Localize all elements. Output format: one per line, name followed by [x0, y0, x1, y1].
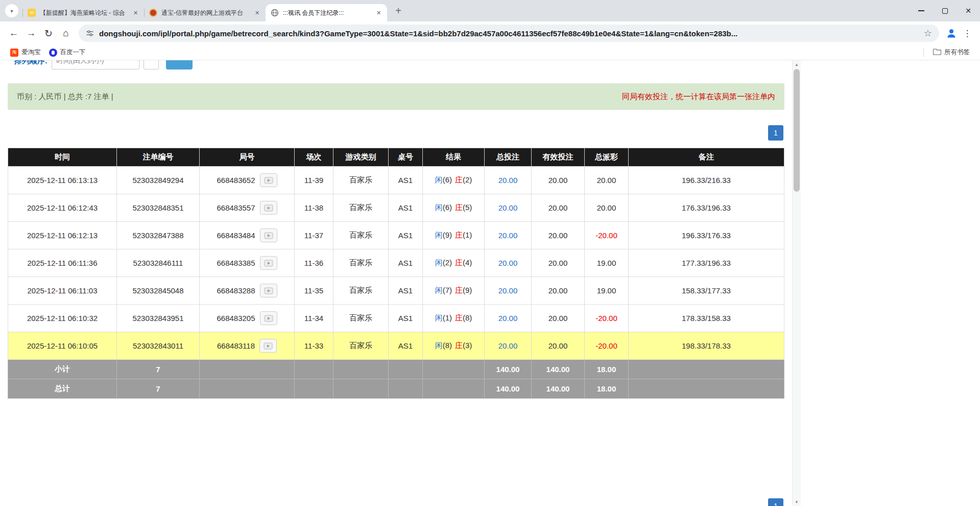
col-valid-bet: 有效投注: [532, 148, 585, 167]
back-button[interactable]: ←: [5, 25, 22, 42]
cell-bet-id: 523032849294: [117, 167, 200, 194]
filter-select[interactable]: [144, 60, 159, 70]
total-bet-link[interactable]: 20.00: [498, 231, 518, 240]
tab-forum[interactable]: ✉ 【新提醒】海燕策略论坛 - 综合 ✕: [22, 4, 144, 21]
cell-valid-bet: 20.00: [532, 332, 585, 360]
total-bet-link[interactable]: 20.00: [498, 286, 518, 295]
page-scrollbar[interactable]: ▲ ▼: [792, 60, 801, 506]
home-button[interactable]: ⌂: [57, 25, 75, 42]
round-number: 668483484: [217, 231, 255, 240]
cell-result: 闲(1)庄(8): [423, 305, 485, 332]
forward-icon: →: [27, 28, 36, 39]
cell-result: 闲(7)庄(9): [423, 277, 485, 305]
total-bet-link[interactable]: 20.00: [498, 314, 518, 323]
cell-time: 2025-12-11 06:12:13: [8, 222, 117, 249]
col-result: 结果: [423, 148, 485, 167]
bookmark-baidu[interactable]: 百度一下: [45, 47, 90, 58]
person-icon: [945, 27, 958, 39]
cell-result: 闲(8)庄(3): [423, 332, 485, 360]
home-icon: ⌂: [63, 28, 68, 39]
cell-total-bet: 20.00: [485, 167, 532, 194]
search-button[interactable]: [166, 60, 193, 70]
currency-total-text: 币别 : 人民币 | 总共 :7 注单 |: [17, 92, 113, 102]
cell-valid-bet: 20.00: [532, 277, 585, 305]
scrollbar-thumb[interactable]: [794, 69, 800, 192]
new-tab-button[interactable]: +: [391, 4, 405, 18]
empty-cell: [629, 379, 784, 399]
close-window-button[interactable]: ✕: [957, 0, 980, 21]
cell-time: 2025-12-11 06:10:32: [8, 305, 117, 332]
bookmark-star-icon[interactable]: ☆: [924, 28, 932, 39]
notice-text: 同局有效投注，统一计算在该局第一张注单内: [622, 92, 775, 102]
subtotal-valid-bet: 140.00: [532, 360, 585, 379]
video-replay-icon: [264, 342, 273, 350]
replay-button[interactable]: [260, 228, 277, 242]
round-number: 668483118: [217, 341, 255, 350]
video-replay-icon: [264, 232, 273, 239]
all-bookmarks-button[interactable]: 所有书签: [929, 47, 974, 58]
browser-menu-button[interactable]: ⋮: [960, 25, 975, 41]
tab-list-button[interactable]: ▾: [5, 4, 18, 17]
cell-round: 668483557: [200, 194, 295, 222]
result-banker-value: (5): [463, 203, 472, 212]
tab-close-icon[interactable]: ✕: [253, 9, 261, 17]
replay-button[interactable]: [260, 311, 277, 325]
window-controls: ✕: [910, 0, 980, 21]
profile-avatar[interactable]: [943, 25, 960, 41]
cell-game-type: 百家乐: [333, 222, 389, 249]
cell-result: 闲(2)庄(4): [423, 249, 485, 277]
minimize-button[interactable]: [910, 0, 933, 21]
tab-bet-record[interactable]: :::视讯 会员下注纪录::: ✕: [266, 4, 387, 21]
cell-time: 2025-12-11 06:13:13: [8, 167, 117, 194]
tab-close-icon[interactable]: ✕: [131, 9, 140, 17]
replay-button[interactable]: [260, 256, 277, 270]
pagination-top: 1: [768, 125, 783, 141]
tab-title: 通宝-信誉最好的网上游戏平台: [161, 9, 250, 17]
cell-bet-id: 523032845048: [117, 277, 200, 305]
address-bar[interactable]: dongshouji.com/ipl/portal.php/game/betre…: [79, 25, 939, 42]
cell-time: 2025-12-11 06:12:43: [8, 194, 117, 222]
bookmark-aitaobao[interactable]: 淘 爱淘宝: [6, 47, 45, 58]
col-table-no: 桌号: [389, 148, 423, 167]
empty-cell: [295, 360, 333, 379]
replay-button[interactable]: [260, 284, 277, 297]
replay-button[interactable]: [260, 201, 277, 215]
replay-button[interactable]: [259, 339, 277, 353]
total-bet-link[interactable]: 20.00: [498, 176, 518, 185]
result-banker-value: (8): [463, 313, 472, 322]
page-1-button[interactable]: 1: [768, 125, 783, 141]
replay-button[interactable]: [260, 173, 277, 187]
folder-icon: [933, 48, 941, 57]
table-body: 2025-12-11 06:13:13 523032849294 6684836…: [8, 167, 784, 360]
subtotal-count: 7: [117, 360, 200, 379]
video-replay-icon: [264, 260, 273, 267]
cell-session: 11-39: [295, 167, 333, 194]
scroll-up-icon[interactable]: ▲: [793, 60, 801, 68]
tab-title: 【新提醒】海燕策略论坛 - 综合: [40, 9, 128, 17]
page-1-button-bottom[interactable]: 1: [768, 498, 783, 506]
reload-icon: ↻: [44, 28, 53, 39]
cell-total-bet: 20.00: [485, 222, 532, 249]
site-settings-icon[interactable]: [86, 29, 94, 37]
result-player-label: 闲: [435, 175, 443, 184]
scroll-down-icon[interactable]: ▼: [793, 498, 801, 506]
forward-button[interactable]: →: [22, 25, 40, 42]
total-bet-link[interactable]: 20.00: [498, 341, 518, 350]
cell-round: 668483205: [200, 305, 295, 332]
tab-tongbao[interactable]: 通宝-信誉最好的网上游戏平台 ✕: [144, 4, 266, 21]
result-banker-label: 庄: [455, 286, 463, 294]
maximize-button[interactable]: [933, 0, 957, 21]
col-bet-id: 注单编号: [117, 148, 200, 167]
total-bet-link[interactable]: 20.00: [498, 203, 518, 212]
cell-total-payout: -20.00: [585, 332, 629, 360]
total-bet-link[interactable]: 20.00: [498, 259, 518, 267]
all-bookmarks-label: 所有书签: [944, 48, 970, 57]
tab-close-icon[interactable]: ✕: [374, 9, 383, 17]
total-row: 总计 7 140.00 140.00 18.00: [8, 379, 784, 399]
sort-filter-input[interactable]: [52, 60, 139, 70]
baidu-icon: [49, 49, 57, 57]
cell-total-payout: -20.00: [585, 305, 629, 332]
reload-button[interactable]: ↻: [40, 25, 57, 42]
cell-session: 11-35: [295, 277, 333, 305]
cell-note: 158.33/177.33: [629, 277, 784, 305]
